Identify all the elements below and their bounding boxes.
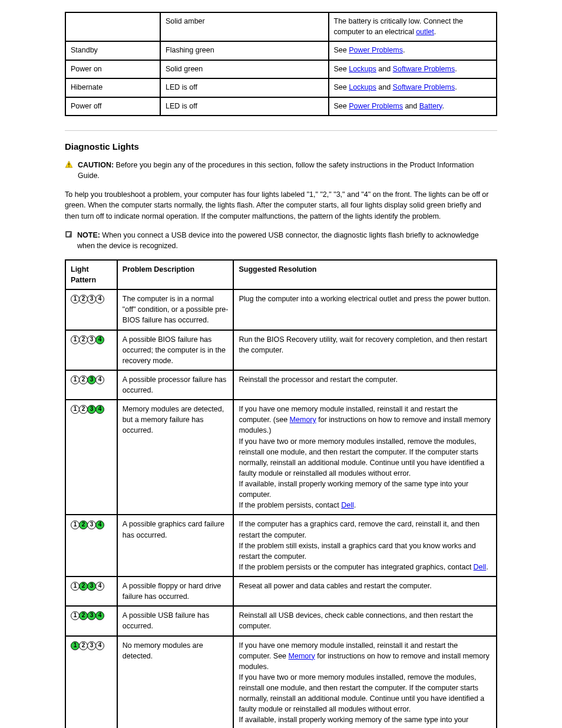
table-row: Power offLED is offSee Power Problems an… <box>65 97 497 116</box>
light-pattern: 1234 <box>71 520 104 528</box>
diagnostic-light-2: 2 <box>79 521 88 529</box>
resolution-cell: See Power Problems and Battery. <box>329 97 497 116</box>
resolution-cell: See Lockups and Software Problems. <box>329 60 497 79</box>
note-label: NOTE: <box>77 231 100 239</box>
light-pattern-cell: 1234 <box>65 400 117 515</box>
diagnostic-light-4: 4 <box>95 582 104 591</box>
diagnostic-light-3: 3 <box>87 582 96 591</box>
light-pattern: 1234 <box>71 375 104 384</box>
diagnostic-light-3: 3 <box>87 375 96 384</box>
caution-text: CAUTION: Before you begin any of the pro… <box>78 160 497 181</box>
diagnostic-light-3: 3 <box>87 611 96 620</box>
light-pattern-cell: 1234 <box>65 515 117 577</box>
problem-description-cell: The computer is in a normal "off" condit… <box>117 289 234 330</box>
diagnostic-light-4: 4 <box>95 611 104 620</box>
diagnostic-light-2: 2 <box>79 295 88 304</box>
led-state-cell: Solid green <box>160 60 328 79</box>
table-row: 1234A possible floppy or hard drive fail… <box>65 577 497 606</box>
light-pattern-cell: 1234 <box>65 330 117 370</box>
diagnostic-light-2: 2 <box>79 405 88 414</box>
link[interactable]: Lockups <box>349 65 376 73</box>
diagnostic-light-1: 1 <box>71 611 80 620</box>
diagnostic-light-1: 1 <box>71 641 80 650</box>
table-row: Power onSolid greenSee Lockups and Softw… <box>65 60 497 79</box>
caution-body: Before you begin any of the procedures i… <box>78 161 474 180</box>
link[interactable]: Software Problems <box>393 65 455 73</box>
light-pattern: 1234 <box>71 641 104 650</box>
note-icon <box>65 230 72 241</box>
link[interactable]: outlet <box>416 28 434 36</box>
light-pattern-cell: 1234 <box>65 577 117 606</box>
link[interactable]: Dell <box>341 501 354 509</box>
table-row: 1234A possible BIOS failure has occurred… <box>65 330 497 370</box>
diagnostic-light-1: 1 <box>71 295 80 304</box>
link[interactable]: Battery <box>419 102 442 110</box>
svg-rect-2 <box>68 166 69 167</box>
link[interactable]: Memory <box>290 416 316 424</box>
col-header-pattern: Light Pattern <box>65 260 117 289</box>
led-state-cell: Solid amber <box>160 12 328 41</box>
light-pattern-cell: 1234 <box>65 370 117 400</box>
resolution-cell: See Lockups and Software Problems. <box>329 78 497 97</box>
table-row: 1234The computer is in a normal "off" co… <box>65 289 497 330</box>
note-text: NOTE: When you connect a USB device into… <box>77 230 497 251</box>
power-state-table: Solid amberThe battery is critically low… <box>65 12 497 116</box>
light-pattern-cell: 1234 <box>65 606 117 635</box>
diagnostic-light-2: 2 <box>79 641 88 650</box>
col-header-res: Suggested Resolution <box>233 260 497 289</box>
table-row: 1234A possible processor failure has occ… <box>65 370 497 400</box>
diagnostic-light-2: 2 <box>79 375 88 384</box>
table-row: HibernateLED is offSee Lockups and Softw… <box>65 78 497 97</box>
svg-rect-1 <box>68 163 69 166</box>
table-row: 1234A possible USB failure has occurred.… <box>65 606 497 635</box>
problem-description-cell: Memory modules are detected, but a memor… <box>117 400 234 515</box>
suggested-resolution-cell: If the computer has a graphics card, rem… <box>233 515 497 577</box>
link[interactable]: Memory <box>289 652 315 660</box>
diagnostic-intro: To help you troubleshoot a problem, your… <box>65 189 497 221</box>
link[interactable]: Dell <box>474 563 487 571</box>
problem-description-cell: A possible graphics card failure has occ… <box>117 515 234 577</box>
link[interactable]: Power Problems <box>349 102 403 110</box>
light-pattern-cell: 1234 <box>65 289 117 330</box>
section-divider <box>65 130 497 131</box>
diagnostic-light-4: 4 <box>95 521 104 529</box>
diagnostic-light-3: 3 <box>87 641 96 650</box>
suggested-resolution-cell: If you have one memory module installed,… <box>233 636 497 729</box>
power-state-cell: Power on <box>65 60 160 79</box>
suggested-resolution-cell: Reinstall all USB devices, check cable c… <box>233 606 497 635</box>
table-row: 1234A possible graphics card failure has… <box>65 515 497 577</box>
table-row: 1234Memory modules are detected, but a m… <box>65 400 497 515</box>
resolution-cell: See Power Problems. <box>329 41 497 60</box>
table-row: StandbyFlashing greenSee Power Problems. <box>65 41 497 60</box>
diagnostic-light-1: 1 <box>71 405 80 414</box>
led-state-cell: LED is off <box>160 78 328 97</box>
suggested-resolution-cell: Reseat all power and data cables and res… <box>233 577 497 606</box>
diagnostic-light-4: 4 <box>95 405 104 414</box>
diagnostic-light-3: 3 <box>87 405 96 414</box>
diagnostic-light-1: 1 <box>71 582 80 591</box>
diagnostic-light-2: 2 <box>79 582 88 591</box>
light-pattern: 1234 <box>71 335 104 344</box>
diagnostic-light-4: 4 <box>95 641 104 650</box>
light-pattern: 1234 <box>71 405 104 413</box>
suggested-resolution-cell: Plug the computer into a working electri… <box>233 289 497 330</box>
note-body: When you connect a USB device into the p… <box>77 231 479 250</box>
diagnostic-light-2: 2 <box>79 335 88 344</box>
problem-description-cell: A possible floppy or hard drive failure … <box>117 577 234 606</box>
led-state-cell: Flashing green <box>160 41 328 60</box>
link[interactable]: Software Problems <box>393 83 455 91</box>
suggested-resolution-cell: Run the BIOS Recovery utility, wait for … <box>233 330 497 370</box>
caution-icon <box>65 160 73 172</box>
diagnostic-light-2: 2 <box>79 611 88 620</box>
resolution-cell: The battery is critically low. Connect t… <box>329 12 497 41</box>
diagnostic-light-3: 3 <box>87 295 96 304</box>
light-pattern-cell: 1234 <box>65 636 117 729</box>
problem-description-cell: No memory modules are detected. <box>117 636 234 729</box>
link[interactable]: Lockups <box>349 83 376 91</box>
problem-description-cell: A possible BIOS failure has occurred; th… <box>117 330 234 370</box>
diagnostic-lights-table: Light Pattern Problem Description Sugges… <box>65 259 497 728</box>
link[interactable]: Power Problems <box>349 46 403 54</box>
diagnostic-light-4: 4 <box>95 295 104 304</box>
diagnostic-light-1: 1 <box>71 375 80 384</box>
diagnostic-light-3: 3 <box>87 335 96 344</box>
